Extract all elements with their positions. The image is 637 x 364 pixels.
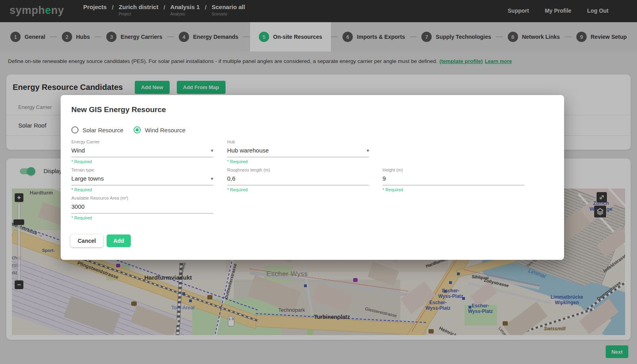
field-value: 0,6: [227, 175, 235, 182]
height-input[interactable]: 9: [383, 172, 524, 185]
field-value: Large towns: [71, 175, 104, 182]
available-resource-area-input[interactable]: 3000: [71, 200, 213, 213]
field-label: Hub: [227, 139, 369, 144]
available-resource-area-field: Available Resource Area (m²) 3000 * Requ…: [71, 196, 213, 220]
radio-label: Solar Resource: [82, 127, 123, 133]
add-button[interactable]: Add: [107, 234, 131, 247]
field-value: 3000: [71, 203, 84, 210]
terrain-type-select[interactable]: Large towns ▾: [71, 172, 213, 185]
dialog-title: New GIS Energy Resource: [71, 105, 166, 114]
roughness-length-input[interactable]: 0,6: [227, 172, 369, 185]
radio-label: Wind Resource: [145, 127, 186, 133]
solar-resource-radio[interactable]: Solar Resource: [71, 126, 123, 133]
field-value: Hub warehouse: [227, 147, 269, 154]
energy-carrier-field: Energy Carrier Wind ▾ * Required: [71, 139, 213, 164]
field-label: Available Resource Area (m²): [71, 196, 213, 200]
roughness-length-field: Roughness length (m) 0,6 * Required: [227, 168, 369, 192]
required-hint: * Required: [71, 215, 213, 220]
radio-circle-selected: [134, 126, 141, 133]
required-hint: * Required: [71, 187, 213, 192]
field-label: Height (m): [383, 168, 524, 172]
energy-carrier-select[interactable]: Wind ▾: [71, 144, 213, 157]
required-hint: * Required: [71, 159, 213, 164]
required-hint: * Required: [227, 187, 369, 192]
radio-circle-unselected: [71, 126, 78, 133]
hub-field: Hub Hub warehouse ▾ * Required: [227, 139, 369, 164]
wind-resource-radio[interactable]: Wind Resource: [134, 126, 186, 133]
field-label: Terrain type: [71, 168, 213, 172]
hub-select[interactable]: Hub warehouse ▾: [227, 144, 369, 157]
required-hint: * Required: [227, 159, 369, 164]
height-field: Height (m) 9 * Required: [383, 168, 524, 192]
field-value: Wind: [71, 147, 85, 154]
terrain-type-field: Terrain type Large towns ▾ * Required: [71, 168, 213, 192]
resource-type-radio-group: Solar Resource Wind Resource: [71, 126, 186, 133]
field-label: Energy Carrier: [71, 139, 213, 144]
new-gis-energy-resource-dialog: New GIS Energy Resource Solar Resource W…: [61, 95, 564, 260]
cancel-button[interactable]: Cancel: [71, 234, 103, 247]
chevron-down-icon: ▾: [367, 148, 369, 153]
chevron-down-icon: ▾: [211, 148, 213, 153]
chevron-down-icon: ▾: [211, 176, 213, 181]
field-value: 9: [383, 175, 386, 182]
required-hint: * Required: [383, 187, 524, 192]
field-label: Roughness length (m): [227, 168, 369, 172]
